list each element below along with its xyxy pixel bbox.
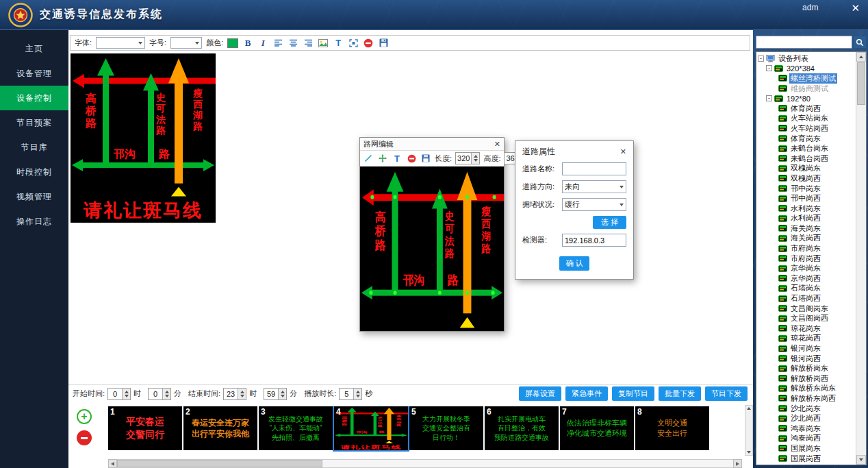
playlist-item[interactable]: 2春运安全连万家出行平安你我他: [183, 406, 257, 450]
select-detector-button[interactable]: 选 择: [593, 216, 626, 229]
dialog-close-button[interactable]: ✕: [620, 147, 626, 156]
window-close-button[interactable]: ✕: [851, 3, 860, 13]
road-network-canvas[interactable]: 高桥路史可法路瘦西湖路邗沟路: [360, 167, 504, 331]
tree-item[interactable]: 双槐岗东: [756, 164, 856, 174]
insert-image-icon[interactable]: [318, 38, 329, 49]
playlist-item[interactable]: 6扎实开展电动车百日整治，有效预防道路交通事故: [485, 406, 559, 450]
save-icon[interactable]: [378, 38, 389, 49]
spin-down-icon[interactable]: [281, 395, 285, 397]
dialog-title-bar[interactable]: 路网编辑 ✕: [360, 138, 504, 151]
spin-down-icon[interactable]: [356, 395, 360, 397]
collapse-toggle[interactable]: -: [758, 56, 764, 62]
sidebar-item[interactable]: 操作日志: [0, 209, 68, 234]
tree-item[interactable]: 来鹤台岗西: [756, 153, 856, 164]
tree-item[interactable]: 石塔岗东: [756, 284, 856, 294]
tree-item[interactable]: 市府岗东: [756, 243, 856, 254]
tree-item[interactable]: 解放桥岗西: [756, 373, 856, 384]
tree-item[interactable]: 海关岗西: [756, 234, 856, 244]
confirm-button[interactable]: 确 认: [559, 256, 589, 271]
tree-item[interactable]: 沙北岗西: [756, 413, 856, 423]
align-left-icon[interactable]: [272, 38, 283, 49]
tree-item[interactable]: 琼花岗西: [756, 334, 856, 344]
playlist-item[interactable]: 1平安春运交警同行: [108, 406, 182, 450]
tree-item[interactable]: 双槐岗西: [756, 173, 856, 184]
scroll-right-button[interactable]: [733, 459, 742, 468]
tree-item[interactable]: 火车站岗东: [756, 114, 856, 124]
sidebar-item[interactable]: 主页: [0, 36, 68, 61]
spin-down-icon[interactable]: [125, 395, 129, 397]
tree-item[interactable]: 银河岗东: [756, 343, 856, 354]
scroll-up-button[interactable]: [856, 52, 866, 62]
spin-down-icon[interactable]: [474, 159, 478, 162]
end-hour-spinner[interactable]: 23: [223, 388, 246, 400]
road-direction-select[interactable]: 来向: [562, 180, 626, 193]
action-button[interactable]: 批量下发: [659, 386, 701, 401]
tree-item[interactable]: 国展岗东: [756, 443, 856, 454]
action-button[interactable]: 节目下发: [705, 386, 748, 401]
detector-input[interactable]: [562, 234, 626, 247]
sidebar-item[interactable]: 节目预案: [0, 110, 68, 135]
tree-scrollbar[interactable]: [856, 52, 866, 465]
spin-up-icon[interactable]: [281, 391, 285, 393]
playlist-vertical-scrollbar[interactable]: [745, 405, 753, 456]
tree-item[interactable]: 海关岗东: [756, 223, 856, 234]
tree-item[interactable]: -192*80: [756, 93, 856, 103]
remove-icon[interactable]: [363, 38, 374, 49]
tree-item[interactable]: 来鹤台岗东: [756, 143, 856, 153]
playlist-item[interactable]: 8文明交通安全出行: [635, 406, 709, 450]
tree-item[interactable]: 维扬商测试: [756, 84, 856, 94]
scroll-down-button[interactable]: [856, 455, 866, 465]
start-minute-spinner[interactable]: 0: [148, 388, 171, 400]
tree-item[interactable]: 京华岗东: [756, 263, 856, 273]
congestion-select[interactable]: 缓行: [562, 198, 626, 211]
action-button[interactable]: 复制节目: [612, 386, 654, 401]
sidebar-item[interactable]: 节目库: [0, 135, 68, 160]
dialog-close-button[interactable]: ✕: [494, 140, 500, 149]
tree-item[interactable]: -320*384: [756, 64, 856, 74]
sidebar-item[interactable]: 设备控制: [0, 86, 68, 110]
fit-screen-icon[interactable]: [348, 38, 359, 49]
sidebar-item[interactable]: 视频管理: [0, 184, 68, 209]
tree-item[interactable]: 文昌阁岗东: [756, 304, 856, 314]
spin-down-icon[interactable]: [240, 395, 244, 397]
playlist-item[interactable]: 3发生轻微交通事故“人未伤、车能动”先拍照、后撤离: [259, 406, 333, 450]
dialog-title-bar[interactable]: 道路属性 ✕: [522, 145, 626, 158]
font-select[interactable]: [96, 37, 145, 49]
text-tool-button[interactable]: T: [333, 38, 344, 49]
scrollbar-thumb[interactable]: [857, 62, 865, 105]
logged-in-user[interactable]: adm: [802, 3, 818, 12]
move-crosshair-icon[interactable]: [377, 153, 388, 164]
road-name-input[interactable]: [562, 162, 626, 175]
tree-item[interactable]: 国展岗西: [756, 454, 856, 464]
tree-item[interactable]: 体育岗西: [756, 103, 856, 114]
tree-item[interactable]: 石塔岗西: [756, 293, 856, 304]
playlist-item[interactable]: 4高桥路史可法路瘦西湖路邗沟路请礼让斑马线: [334, 406, 408, 450]
scrollbar-track[interactable]: [117, 459, 733, 468]
sidebar-item[interactable]: 时段控制: [0, 160, 68, 184]
bold-button[interactable]: B: [242, 38, 253, 49]
tree-item[interactable]: 市府岗西: [756, 254, 856, 264]
tree-item[interactable]: 螺丝湾桥测试: [756, 73, 856, 84]
tree-item[interactable]: 解放桥岗东: [756, 363, 856, 373]
tree-item[interactable]: 鸿泰岗东: [756, 423, 856, 434]
tree-item[interactable]: -设备列表: [756, 53, 856, 64]
spin-up-icon[interactable]: [165, 391, 169, 393]
scroll-left-button[interactable]: [108, 459, 117, 468]
playlist-horizontal-scrollbar[interactable]: [108, 459, 742, 468]
start-hour-spinner[interactable]: 0: [107, 388, 131, 400]
tree-item[interactable]: 体育岗东: [756, 134, 856, 144]
playlist-item[interactable]: 7依法治理非标车辆净化城市交通环境: [560, 406, 634, 450]
tree-item[interactable]: 水利岗西: [756, 214, 856, 224]
scroll-up-icon[interactable]: [747, 407, 751, 410]
tree-item[interactable]: 鸿泰岗西: [756, 434, 856, 444]
add-program-button[interactable]: +: [77, 409, 92, 424]
tree-item[interactable]: 邗中岗西: [756, 193, 856, 204]
tree-item[interactable]: 邗中岗东: [756, 184, 856, 194]
remove-program-button[interactable]: [77, 430, 92, 445]
tree-item[interactable]: 京华岗西: [756, 273, 856, 284]
align-center-icon[interactable]: [288, 38, 298, 49]
collapse-toggle[interactable]: -: [766, 65, 772, 71]
scrollbar-thumb[interactable]: [117, 460, 322, 467]
tree-item[interactable]: 银河岗西: [756, 354, 856, 364]
draw-line-icon[interactable]: [363, 153, 374, 164]
